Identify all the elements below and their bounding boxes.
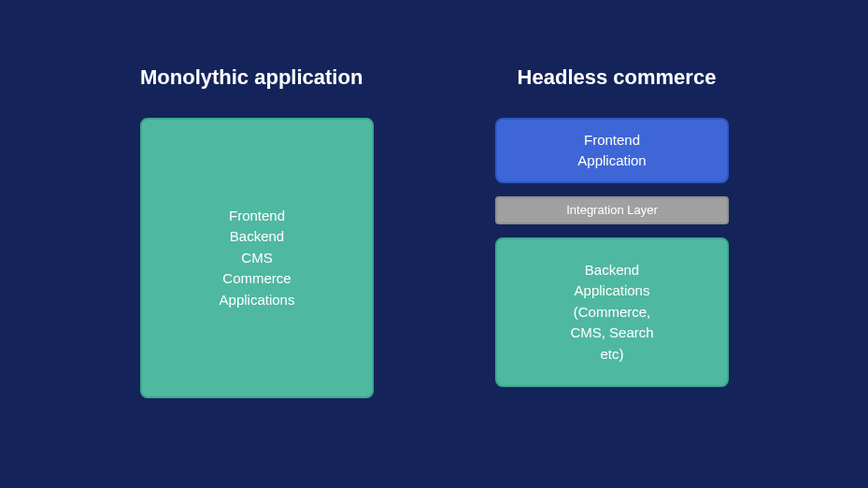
backend-line1: Backend	[585, 260, 639, 281]
mono-line-backend: Backend	[230, 226, 284, 248]
backend-box: Backend Applications (Commerce, CMS, Sea…	[495, 237, 729, 387]
mono-line-applications: Applications	[220, 290, 295, 311]
mono-line-cms: CMS	[241, 248, 272, 269]
monolythic-column: Monolythic application Frontend Backend …	[140, 65, 383, 398]
headless-heading: Headless commerce	[495, 65, 738, 90]
backend-line3: (Commerce,	[574, 302, 651, 323]
integration-box: Integration Layer	[495, 196, 729, 224]
monolythic-heading: Monolythic application	[140, 65, 383, 90]
backend-line2: Applications	[575, 280, 650, 302]
backend-line4: CMS, Search	[570, 323, 653, 344]
mono-line-frontend: Frontend	[229, 206, 285, 227]
diagram-container: Monolythic application Frontend Backend …	[0, 0, 868, 398]
frontend-line2: Application	[577, 151, 646, 172]
integration-label: Integration Layer	[566, 201, 658, 220]
frontend-box: Frontend Application	[495, 118, 729, 183]
monolythic-box: Frontend Backend CMS Commerce Applicatio…	[140, 118, 374, 398]
frontend-line1: Frontend	[584, 130, 640, 151]
mono-line-commerce: Commerce	[222, 268, 291, 290]
backend-line5: etc)	[600, 344, 623, 366]
headless-column: Headless commerce Frontend Application I…	[495, 65, 738, 398]
